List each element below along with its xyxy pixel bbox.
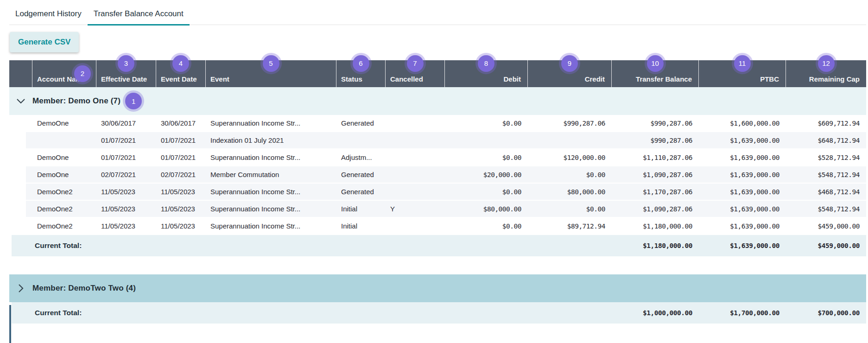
column-header-label: Debit: [504, 75, 521, 83]
cell-effective: 11/05/2023: [96, 205, 156, 213]
cell-status: Generated: [336, 171, 386, 178]
cell-rc: $459,000.00: [786, 222, 866, 230]
column-header-cancelled[interactable]: Cancelled7: [386, 60, 445, 87]
cell-event: Superannuation Income Str...: [206, 188, 336, 196]
annotation-badge-4: 4: [172, 55, 189, 72]
column-header-credit[interactable]: Credit9: [528, 60, 612, 87]
cell-ptbc: $1,639,000.00: [699, 154, 786, 161]
cell-eventdate: 11/05/2023: [156, 188, 206, 196]
cell-eventdate: 30/06/2017: [156, 119, 206, 127]
column-header-label: PTBC: [760, 75, 779, 83]
cell-account: DemoOne2: [32, 205, 96, 213]
cell-debit: $0.00: [445, 154, 528, 161]
cell-event: Superannuation Income Str...: [206, 222, 336, 230]
annotation-badge-9: 9: [561, 55, 578, 72]
cell-status: Initial: [336, 222, 386, 230]
cell-rc: $548,712.94: [786, 171, 866, 178]
cell-account: DemoOne: [32, 119, 96, 127]
column-header-label: Event Date: [161, 75, 197, 83]
member-group-header[interactable]: Member: Demo One (7)1: [9, 87, 866, 115]
cell-tb: $1,090,287.06: [612, 171, 699, 178]
grid-data-row[interactable]: DemoOne01/07/202101/07/2021Superannuatio…: [26, 149, 866, 166]
cell-ptbc: $1,639,000.00: [699, 137, 786, 144]
cell-credit: $990,287.06: [528, 120, 612, 127]
cell-rc: $648,712.94: [786, 137, 866, 144]
column-header-debit[interactable]: Debit8: [445, 60, 528, 87]
column-header-label: Status: [341, 75, 362, 83]
annotation-badge-7: 7: [407, 55, 424, 72]
cell-effective: 11/05/2023: [96, 222, 156, 230]
annotation-badge-11: 11: [734, 55, 751, 72]
member-group-header[interactable]: Member: DemoTwo Two (4): [9, 274, 866, 302]
cell-event: Superannuation Income Str...: [206, 205, 336, 213]
column-header-label: Event: [210, 75, 229, 83]
cell-debit: $0.00: [445, 188, 528, 196]
cell-effective: 01/07/2021: [96, 136, 156, 144]
column-header-effective[interactable]: Effective Date3: [96, 60, 156, 87]
column-header-ptbc[interactable]: PTBC11: [699, 60, 786, 87]
cell-eventdate: 01/07/2021: [156, 153, 206, 161]
column-header-event[interactable]: Event5: [206, 60, 336, 87]
cell-status: Generated: [336, 119, 386, 127]
grid-data-row[interactable]: 01/07/202101/07/2021Indexation 01 July 2…: [26, 132, 866, 149]
tab-transfer-balance-account[interactable]: Transfer Balance Account: [88, 9, 190, 25]
cell-debit: $20,000.00: [445, 171, 528, 178]
left-edge-indicator: [9, 305, 11, 343]
cell-account: DemoOne2: [32, 188, 96, 196]
group-gap: [9, 257, 866, 274]
cell-tb: $990,287.06: [612, 137, 699, 144]
annotation-badge-12: 12: [818, 55, 835, 72]
total-tb: $1,000,000.00: [612, 309, 699, 317]
member-group-title: Member: Demo One (7): [32, 96, 120, 106]
cell-rc: $548,712.94: [786, 205, 866, 213]
annotation-badge-8: 8: [478, 55, 494, 72]
cell-debit: $0.00: [445, 120, 528, 127]
annotation-badge-5: 5: [263, 55, 279, 72]
cell-credit: $0.00: [528, 171, 612, 178]
grid-data-row[interactable]: DemoOne211/05/202311/05/2023Superannuati…: [26, 201, 866, 218]
cell-event: Indexation 01 July 2021: [206, 136, 336, 144]
cell-ptbc: $1,639,000.00: [699, 188, 786, 196]
cell-eventdate: 11/05/2023: [156, 222, 206, 230]
chevron-down-icon[interactable]: [9, 98, 32, 104]
generate-csv-button[interactable]: Generate CSV: [10, 32, 79, 52]
cell-rc: $609,712.94: [786, 120, 866, 127]
cell-debit: $80,000.00: [445, 205, 528, 213]
column-header-label: Effective Date: [101, 75, 147, 83]
cell-debit: $0.00: [445, 222, 528, 230]
cell-tb: $1,180,000.00: [612, 222, 699, 230]
cell-credit: $120,000.00: [528, 154, 612, 161]
transfer-balance-grid: Account Name2Effective Date3Event Date4E…: [9, 60, 866, 326]
grid-data-row[interactable]: DemoOne02/07/202102/07/2021Member Commut…: [26, 166, 866, 184]
chevron-right-icon[interactable]: [9, 284, 32, 293]
column-header-tb[interactable]: Transfer Balance10: [612, 60, 699, 87]
total-ptbc: $1,639,000.00: [699, 242, 786, 249]
cell-eventdate: 01/07/2021: [156, 136, 206, 144]
cell-tb: $1,170,287.06: [612, 188, 699, 196]
cell-effective: 01/07/2021: [96, 153, 156, 161]
grid-data-row[interactable]: DemoOne211/05/202311/05/2023Superannuati…: [26, 218, 866, 235]
cell-status: Generated: [336, 188, 386, 196]
cell-cancelled: Y: [386, 205, 445, 213]
column-header-label: Credit: [585, 75, 605, 83]
total-rc: $459,000.00: [786, 242, 866, 249]
column-header-eventdate[interactable]: Event Date4: [156, 60, 206, 87]
column-header-status[interactable]: Status6: [336, 60, 386, 87]
grid-data-row[interactable]: DemoOne30/06/201730/06/2017Superannuatio…: [26, 115, 866, 132]
grid-data-row[interactable]: DemoOne211/05/202311/05/2023Superannuati…: [26, 184, 866, 201]
column-header-account[interactable]: Account Name2: [32, 60, 96, 87]
cell-effective: 11/05/2023: [96, 188, 156, 196]
cell-rc: $468,712.94: [786, 188, 866, 196]
cell-event: Member Commutation: [206, 171, 336, 178]
cell-effective: 30/06/2017: [96, 119, 156, 127]
cell-effective: 02/07/2021: [96, 171, 156, 178]
column-header-rc[interactable]: Remaining Cap12: [786, 60, 866, 87]
cell-account: DemoOne: [32, 171, 96, 178]
tab-lodgement-history[interactable]: Lodgement History: [9, 9, 88, 25]
cell-rc: $528,712.94: [786, 154, 866, 161]
cell-ptbc: $1,600,000.00: [699, 120, 786, 127]
total-ptbc: $1,700,000.00: [699, 309, 786, 317]
column-header-label: Remaining Cap: [809, 75, 860, 83]
cell-status: Adjustm...: [336, 153, 386, 161]
current-total-row: Current Total:$1,180,000.00$1,639,000.00…: [12, 235, 866, 257]
